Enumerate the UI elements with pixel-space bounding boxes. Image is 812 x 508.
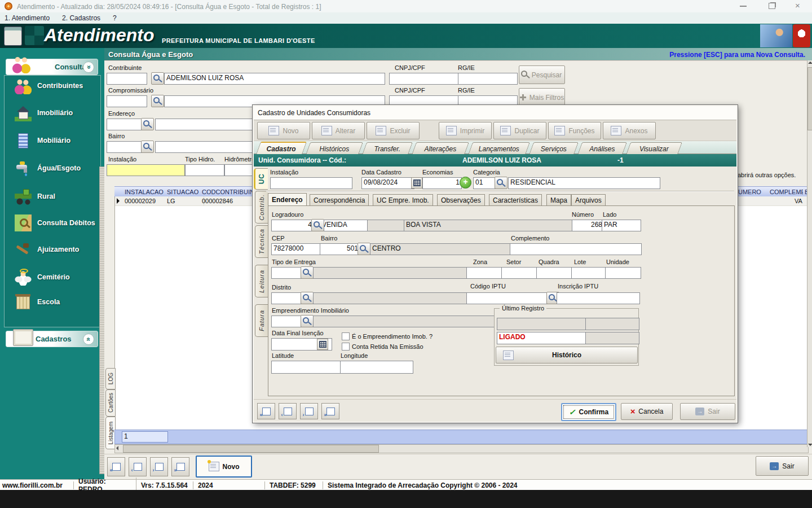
tipo-entrega-codigo-field[interactable] [271,267,303,279]
cep-field[interactable]: 78278000 [271,243,321,255]
confirma-button[interactable]: ✓Confirma [561,403,616,421]
latitude-field[interactable] [271,361,342,374]
close-button[interactable]: × [795,1,800,10]
sidebar-item-escola[interactable]: Escola [15,293,99,311]
scroll-left-arrow[interactable] [116,446,118,450]
grid-col-instalacao[interactable]: INSTALACAO [123,186,169,197]
chevron-down-icon[interactable]: « [83,334,94,345]
sidebar-item-mobiliario[interactable]: Mobiliário [15,132,99,150]
tipo-entrega-search-button[interactable] [301,266,314,279]
minimize-button[interactable] [740,6,747,7]
bairro-nome-dlg-field[interactable]: CENTRO [370,243,512,255]
tab-log[interactable]: LOG [105,368,116,389]
instalacao-uc-field[interactable] [270,177,352,189]
empreendimento-codigo-field[interactable] [271,316,303,327]
categoria-nome-field[interactable]: RESIDENCIAL [508,177,660,189]
vertical-scrollbar[interactable] [807,60,812,447]
menu-atendimento[interactable]: 1. Atendimento [5,14,50,22]
restore-button[interactable] [769,3,775,9]
dlg-sair-button[interactable]: →Sair [680,403,735,420]
tipo-hidro-field[interactable] [185,164,224,176]
distrito-codigo-field[interactable] [271,292,303,304]
main-sair-button[interactable]: →Sair [756,456,809,476]
scrollbar-thumb[interactable] [123,445,379,453]
endereco-search-button[interactable] [141,118,154,130]
tab-visualizar[interactable]: Visualizar [626,142,682,155]
distrito-search-button[interactable] [301,292,314,304]
toolbar-duplicar-button[interactable]: Duplicar [493,122,546,139]
longitude-field[interactable] [340,361,413,374]
menu-help[interactable]: ? [113,14,117,22]
dlg-nav-first-button[interactable]: « [257,403,275,419]
toolbar-anexos-button[interactable]: Anexos [603,122,656,139]
nav-first-button[interactable]: « [107,457,125,476]
sidebar-item-agua-esgoto[interactable]: Água/Esgoto [15,159,99,177]
nav-last-button[interactable]: » [171,457,189,476]
logradouro-nome-field[interactable]: BOA VISTA [404,220,573,231]
tab-cartoes[interactable]: Cartões [105,389,116,417]
tab-alteracoes[interactable]: Alterações [412,142,469,155]
menu-cadastros[interactable]: 2. Cadastros [62,14,100,22]
grid-col-situacao[interactable]: SITUACAO [165,186,204,197]
inner-tab-correspondencia[interactable]: Correspondência [310,194,369,206]
inner-tab-endereco[interactable]: Endereço [268,193,307,206]
isencao-calendar-button[interactable] [317,339,328,350]
bairro-search-dlg-button[interactable] [358,243,370,255]
tab-lancamentos[interactable]: Lançamentos [468,142,530,155]
toolbar-excluir-button[interactable]: Excluir [367,122,420,139]
bairro-codigo-field[interactable] [107,141,143,153]
grid-cell-situacao[interactable]: LG [165,196,204,205]
compromissario-search-button[interactable] [151,95,164,107]
sidebar-item-rural[interactable]: Rural [15,187,99,205]
side-tab-leitura[interactable]: Leitura [255,265,268,297]
compromissario-codigo-field[interactable] [107,95,147,107]
tab-transfer[interactable]: Transfer. [362,142,413,155]
setor-field[interactable] [501,267,539,279]
lado-select[interactable]: PAR [602,220,641,231]
tab-analises[interactable]: Análises [577,142,627,155]
sidebar-group-cadastros[interactable]: Cadastros « [6,331,98,347]
toolbar-alterar-button[interactable]: Alterar [312,122,365,139]
toolbar-imprimir-button[interactable]: Imprimir [439,122,492,139]
pesquisar-button[interactable]: Pesquisar [519,65,565,84]
grid-cell-codcontribuinte[interactable]: 000002846 [200,196,255,205]
dlg-nav-last-button[interactable]: » [321,403,339,419]
tab-historicos[interactable]: Históricos [306,142,363,155]
historico-button[interactable]: Histórico [496,347,638,364]
endereco-codigo-field[interactable] [107,119,143,130]
contribuinte-rg-field[interactable] [458,73,518,85]
quadra-field[interactable] [536,267,573,279]
inner-tab-observacoes[interactable]: Observações [437,194,485,206]
calendar-button[interactable] [411,177,422,189]
side-tab-tecnica[interactable]: Técnica [255,225,268,258]
cancela-button[interactable]: ×Cancela [621,403,673,420]
contribuinte-codigo-field[interactable] [107,73,147,85]
conta-retida-checkbox[interactable] [342,343,350,351]
contribuinte-cnpj-field[interactable] [389,73,460,85]
inner-tab-uc-empre-imob[interactable]: UC Empre. Imob. [373,194,433,206]
scroll-down-arrow[interactable] [808,444,812,446]
vscrollbar-thumb[interactable] [807,67,812,130]
grid-col-complemento[interactable]: COMPLEMENTO [768,186,807,197]
sidebar-item-cemiterio[interactable]: Cemitério [15,268,99,286]
empreendimento-checkbox[interactable] [342,332,350,340]
toolbar-funcoes-button[interactable]: Funções [548,122,601,139]
contribuinte-search-button[interactable] [151,72,164,85]
zona-field[interactable] [466,267,504,279]
tab-servicos[interactable]: Serviços [529,142,579,155]
contribuinte-nome-field[interactable]: ADEMILSON LUIZ ROSA [164,73,385,85]
categoria-search-button[interactable] [495,177,508,189]
dialog-titlebar[interactable]: Cadastro de Unidades Consumidoras [254,106,736,120]
scroll-up-arrow[interactable] [808,62,812,64]
toolbar-novo-button[interactable]: Novo [257,122,310,139]
add-economia-button[interactable]: + [460,177,471,189]
side-tab-fatura[interactable]: Fatura [255,304,268,337]
unidade-field[interactable] [605,267,641,279]
lote-field[interactable] [571,267,607,279]
inner-tab-arquivos[interactable]: Arquivos [571,194,606,206]
sidebar-item-imobiliario[interactable]: Imobiliário [15,104,99,122]
data-cadastro-field[interactable]: 09/08/2024 [361,177,414,189]
horizontal-scrollbar[interactable] [114,444,809,453]
nav-next-button[interactable]: › [150,457,168,476]
chevron-up-icon[interactable]: « [83,62,94,73]
